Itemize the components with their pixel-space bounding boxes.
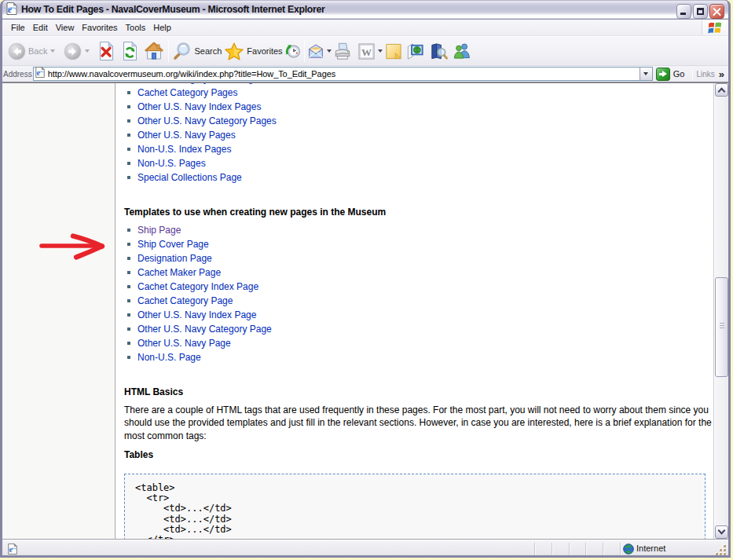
url-text: http://www.navalcovermuseum.org/wiki/ind… xyxy=(48,69,335,79)
messenger-button[interactable] xyxy=(453,42,471,60)
mail-button[interactable] xyxy=(307,42,332,60)
list-item: Cachet Category Page xyxy=(124,294,706,308)
go-icon xyxy=(656,68,670,81)
wiki-link[interactable]: Cachet Category Page xyxy=(137,295,233,306)
wiki-link[interactable]: Ship Cover Page xyxy=(137,239,209,250)
print-button[interactable] xyxy=(333,41,352,61)
status-separator xyxy=(534,543,535,555)
refresh-button[interactable] xyxy=(120,41,139,61)
wiki-link[interactable]: Other U.S. Navy Index Page xyxy=(137,309,256,320)
html-basics-paragraph: There are a couple of HTML tags that are… xyxy=(124,404,706,442)
wiki-link[interactable]: Other U.S. Navy Category Page xyxy=(137,324,272,335)
wiki-link[interactable]: Non-U.S. Page xyxy=(137,352,201,363)
svg-text:e: e xyxy=(8,4,12,13)
list-item: Other U.S. Navy Index Pages xyxy=(124,100,706,114)
messenger-screen-icon xyxy=(405,42,424,61)
history-icon xyxy=(284,42,302,61)
standard-buttons-toolbar: Back xyxy=(2,36,728,66)
search-button[interactable]: Search xyxy=(173,42,222,60)
code-line: <table> xyxy=(135,483,705,493)
ie-page-icon: e xyxy=(7,544,18,558)
mail-icon xyxy=(307,42,324,60)
maximize-button[interactable] xyxy=(693,4,708,19)
status-separator xyxy=(603,543,603,555)
messenger-screen-button[interactable] xyxy=(405,42,424,61)
wiki-link[interactable]: Other U.S. Navy Page xyxy=(137,338,231,349)
menu-item[interactable]: Favorites xyxy=(82,20,117,35)
list-item: Other U.S. Navy Pages xyxy=(124,128,706,142)
research-icon xyxy=(429,42,448,61)
ie-page-icon: e xyxy=(5,2,18,18)
links-chevron-icon[interactable]: » xyxy=(719,68,724,80)
address-dropdown-button[interactable] xyxy=(640,68,652,80)
status-separator xyxy=(569,543,570,555)
internet-zone-icon xyxy=(623,544,634,558)
svg-text:W: W xyxy=(361,46,372,57)
menu-item[interactable]: File xyxy=(11,20,25,35)
minimize-icon xyxy=(680,13,686,15)
list-item: Non-U.S. Index Pages xyxy=(124,142,706,156)
list-item: Non-U.S. Pages xyxy=(124,156,706,170)
list-item: Cachet Category Index Page xyxy=(124,280,706,294)
menu-item[interactable]: Tools xyxy=(126,20,146,35)
list-item: Cachet Maker Page xyxy=(124,265,706,280)
close-button[interactable] xyxy=(709,4,724,19)
wiki-link[interactable]: Ship Page xyxy=(137,225,181,236)
window-title: How To Edit Pages - NavalCoverMuseum - M… xyxy=(21,4,325,15)
resize-grip[interactable] xyxy=(715,544,727,556)
code-block: <table> <tr> <td>...</td> <td>...</td> <… xyxy=(124,474,706,539)
wiki-link[interactable]: Designation Page xyxy=(137,253,212,264)
close-icon xyxy=(710,5,724,18)
scrollbar-thumb[interactable] xyxy=(715,277,728,377)
edit-word-icon: W xyxy=(358,43,375,60)
list-item: Other U.S. Navy Category Page xyxy=(124,322,706,336)
wiki-link[interactable]: Other U.S. Navy Pages xyxy=(137,130,236,141)
go-label: Go xyxy=(673,69,685,79)
address-input[interactable]: e http://www.navalcovermuseum.org/wiki/i… xyxy=(33,67,653,81)
list-item: Non-U.S. Page xyxy=(124,350,706,364)
stop-icon xyxy=(97,41,115,61)
status-bar: e Internet xyxy=(2,539,728,558)
code-line: <td>...</td> xyxy=(135,514,705,525)
wiki-link[interactable]: Cachet Maker Page xyxy=(137,267,221,278)
favorites-button[interactable]: Favorites xyxy=(224,42,282,61)
wiki-link[interactable]: Special Collections Page xyxy=(137,172,242,183)
research-button[interactable] xyxy=(429,42,448,61)
menu-item[interactable]: Help xyxy=(153,20,171,35)
forward-dropdown-icon[interactable] xyxy=(85,49,90,53)
browser-window: e How To Edit Pages - NavalCoverMuseum -… xyxy=(0,0,731,558)
scroll-down-button[interactable] xyxy=(715,525,728,539)
discuss-button[interactable] xyxy=(384,42,403,61)
minimize-button[interactable] xyxy=(676,4,691,19)
go-button[interactable]: Go xyxy=(656,68,685,81)
wiki-link[interactable]: Non-U.S. Pages xyxy=(137,158,206,169)
screen: e How To Edit Pages - NavalCoverMuseum -… xyxy=(0,0,733,560)
home-button[interactable] xyxy=(144,41,164,61)
scroll-up-button[interactable] xyxy=(715,83,728,97)
forward-button[interactable] xyxy=(64,42,90,60)
wiki-link[interactable]: Other U.S. Navy Category Pages xyxy=(137,115,277,126)
list-item: Other U.S. Navy Category Pages xyxy=(124,114,706,128)
list-item: Designation Page xyxy=(124,251,706,265)
mail-dropdown-icon[interactable] xyxy=(327,49,332,53)
edit-with-word-button[interactable]: W xyxy=(358,43,383,60)
back-dropdown-icon[interactable] xyxy=(50,49,55,53)
wiki-link[interactable]: Cachet Category Index Page xyxy=(137,281,258,292)
edit-dropdown-icon[interactable] xyxy=(378,49,383,53)
menu-item[interactable]: Edit xyxy=(33,20,48,35)
wiki-link[interactable]: Cachet Category Pages xyxy=(137,87,237,98)
forward-icon xyxy=(64,42,82,60)
links-label[interactable]: Links xyxy=(696,70,714,79)
menu-item[interactable]: View xyxy=(56,20,75,35)
wiki-link[interactable]: Cachet Category Index Pages xyxy=(137,83,263,84)
ie-page-icon: e xyxy=(35,67,46,81)
back-button[interactable]: Back xyxy=(8,42,55,60)
history-button[interactable] xyxy=(284,42,302,61)
wiki-link[interactable]: Other U.S. Navy Index Pages xyxy=(137,101,261,112)
wiki-link[interactable]: Non-U.S. Index Pages xyxy=(137,144,231,155)
refresh-icon xyxy=(120,41,139,61)
vertical-scrollbar[interactable] xyxy=(715,83,728,539)
internet-zone-label: Internet xyxy=(636,544,665,553)
stop-button[interactable] xyxy=(97,41,115,61)
code-line: <td>...</td> xyxy=(135,525,705,535)
